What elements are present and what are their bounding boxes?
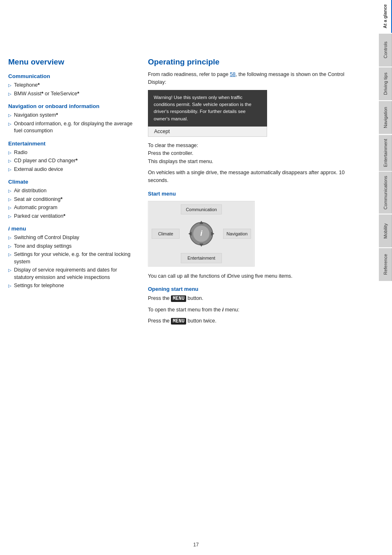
svg-text:Communication: Communication [186, 207, 217, 212]
list-item: ▷Tone and display settings [8, 243, 136, 250]
section-entertainment: Entertainment ▷Radio ▷CD player and CD c… [8, 140, 136, 173]
section-communication-heading: Communication [8, 73, 136, 79]
arrow-icon: ▷ [8, 188, 12, 194]
tab-mobility[interactable]: Mobility [379, 214, 392, 247]
arrow-icon: ▷ [8, 167, 12, 173]
list-item: ▷BMW Assist* or TeleService* [8, 90, 136, 98]
arrow-icon: ▷ [8, 205, 12, 211]
list-item: ▷Switching off Control Display [8, 234, 136, 242]
left-column: Menu overview Communication ▷Telephone* … [8, 8, 136, 547]
navigation-list: ▷Navigation system* ▷Onboard information… [8, 112, 136, 135]
list-item: ▷Telephone* [8, 82, 136, 89]
section-i-menu: i menu ▷Switching off Control Display ▷T… [8, 226, 136, 290]
start-menu-desc: You can call up all the functions of iDr… [148, 272, 356, 280]
accept-label: Accept [154, 129, 170, 134]
sidebar-tabs: At a glance Controls Driving tips Naviga… [376, 0, 392, 555]
list-item: ▷Settings for telephone [8, 282, 136, 290]
left-main-title: Menu overview [8, 58, 136, 67]
arrow-icon: ▷ [8, 150, 12, 156]
i-menu-ref: i [222, 307, 224, 313]
section-climate-heading: Climate [8, 179, 136, 185]
section-navigation-heading: Navigation or onboard information [8, 103, 136, 109]
section-climate: Climate ▷Air distribution ▷Seat air cond… [8, 179, 136, 220]
climate-list: ▷Air distribution ▷Seat air conditioning… [8, 187, 136, 220]
right-column: Operating principle From radio readiness… [148, 8, 356, 547]
tab-controls[interactable]: Controls [379, 34, 392, 67]
tab-communications[interactable]: Communications [379, 172, 392, 214]
svg-text:Entertainment: Entertainment [187, 256, 215, 260]
arrow-icon: ▷ [8, 91, 12, 97]
tab-reference[interactable]: Reference [379, 248, 392, 281]
imenu-list: ▷Switching off Control Display ▷Tone and… [8, 234, 136, 290]
i-char: i [8, 226, 10, 232]
warning-box: Warning! Use this system only when traff… [148, 90, 267, 127]
page-link[interactable]: 58 [230, 71, 235, 77]
tab-driving-tips[interactable]: Driving tips [379, 67, 392, 100]
arrow-icon: ▷ [8, 214, 12, 219]
arrow-icon: ▷ [8, 158, 12, 164]
svg-text:Navigation: Navigation [226, 231, 247, 236]
arrow-icon: ▷ [8, 252, 12, 258]
arrow-icon: ▷ [8, 83, 12, 88]
list-item: ▷Display of service requirements and dat… [8, 267, 136, 281]
section-imenu-heading: i menu [8, 226, 136, 232]
intro-text: From radio readiness, refer to page 58, … [148, 71, 356, 87]
menu-button-label-2: MENU [171, 318, 186, 325]
opening-step-3: Press the MENU button twice. [148, 317, 356, 325]
tab-navigation[interactable]: Navigation [379, 101, 392, 134]
list-item: ▷Settings for your vehicle, e.g. for the… [8, 251, 136, 265]
arrow-icon: ▷ [8, 197, 12, 203]
list-item: ▷Automatic program [8, 204, 136, 212]
section-communication: Communication ▷Telephone* ▷BMW Assist* o… [8, 73, 136, 97]
opening-step-1: Press the MENU button. [148, 295, 356, 303]
tab-at-a-glance[interactable]: At a glance [379, 0, 392, 33]
arrow-icon: ▷ [8, 113, 12, 118]
tab-entertainment[interactable]: Entertainment [379, 135, 392, 171]
list-item: ▷CD player and CD changer* [8, 157, 136, 165]
arrow-icon: ▷ [8, 283, 12, 289]
list-item: ▷Seat air conditioning* [8, 196, 136, 203]
right-main-title: Operating principle [148, 58, 356, 67]
arrow-icon: ▷ [8, 267, 12, 273]
list-item: ▷Air distribution [8, 187, 136, 195]
communication-list: ▷Telephone* ▷BMW Assist* or TeleService* [8, 82, 136, 97]
arrow-icon: ▷ [8, 235, 12, 241]
section-navigation: Navigation or onboard information ▷Navig… [8, 103, 136, 135]
single-drive-text: On vehicles with a single drive, the mes… [148, 169, 356, 185]
start-menu-heading: Start menu [148, 191, 356, 197]
accept-bar: Accept [148, 127, 267, 137]
opening-step-2: To open the start menu from the i menu: [148, 306, 356, 314]
page-number: 17 [193, 542, 198, 548]
arrow-icon: ▷ [8, 121, 12, 127]
list-item: ▷Onboard information, e.g. for displayin… [8, 120, 136, 135]
clear-message-text: To clear the message: Press the controll… [148, 142, 356, 166]
menu-button-label: MENU [171, 295, 186, 302]
list-item: ▷External audio device [8, 166, 136, 173]
opening-heading: Opening start menu [148, 286, 356, 292]
list-item: ▷Radio [8, 149, 136, 157]
section-entertainment-heading: Entertainment [8, 140, 136, 147]
list-item: ▷Parked car ventilation* [8, 213, 136, 220]
start-menu-svg: i Communication Entertainment [148, 201, 254, 266]
entertainment-list: ▷Radio ▷CD player and CD changer* ▷Exter… [8, 149, 136, 173]
start-menu-diagram: i Communication Entertainment [148, 201, 255, 267]
arrow-icon: ▷ [8, 244, 12, 249]
warning-text: Warning! Use this system only when traff… [154, 95, 251, 121]
svg-text:Climate: Climate [158, 231, 173, 236]
list-item: ▷Navigation system* [8, 112, 136, 119]
